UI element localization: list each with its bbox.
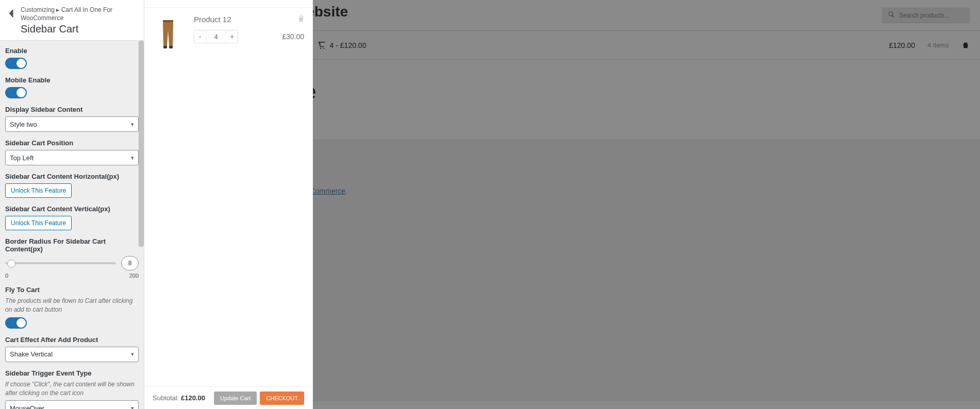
display-content-select[interactable]: Style two ▾ [5,116,139,132]
mobile-enable-toggle[interactable] [5,87,27,98]
fly-description: The products will be flown to Cart after… [5,297,139,314]
customizer-panel: Customizing ▸ Cart All In One For WooCom… [0,0,144,409]
enable-label: Enable [5,47,139,55]
effect-value: Shake Vertical [10,350,53,358]
footer-copyright: ebsite 2022 [268,176,970,184]
footer-period: . [345,187,347,195]
chevron-left-icon [9,9,14,18]
subtotal-value: £120.00 [181,394,205,402]
checkout-button[interactable]: CHECKOUT [260,391,304,405]
basket-icon[interactable] [961,41,970,49]
radius-min: 0 [5,272,8,279]
trigger-description: If choose "Click", the cart content will… [5,380,139,398]
mobile-enable-label: Mobile Enable [5,76,139,84]
cart-items-count: 4 items [927,41,949,49]
subtotal-label: Subtotal: [153,394,179,402]
search-placeholder: Search products… [899,12,950,19]
trigger-value: MouseOver [10,404,44,409]
trigger-label: Sidebar Trigger Event Type [5,369,139,377]
customizer-controls: Enable Mobile Enable Display Sidebar Con… [0,41,144,409]
vertical-label: Sidebar Cart Content Vertical(px) [5,205,139,213]
position-value: Top Left [10,154,34,162]
search-icon [888,11,895,20]
fly-toggle[interactable] [5,317,27,329]
cart-item-price: £30.00 [282,32,304,41]
trash-icon [298,15,304,22]
subtotal: Subtotal: £120.00 [153,394,205,402]
effect-select[interactable]: Shake Vertical ▾ [5,347,139,362]
qty-increase-button[interactable]: + [226,30,238,43]
qty-value: 4 [206,30,226,43]
radius-slider[interactable] [5,262,116,264]
svg-rect-4 [169,46,173,48]
mini-cart-body: Product 12 - 4 + £30.00 [144,8,312,386]
unlock-vertical-button[interactable]: Unlock This Feature [5,216,72,230]
quantity-stepper: - 4 + [194,30,238,43]
display-content-label: Display Sidebar Content [5,106,139,113]
svg-rect-2 [163,20,173,22]
radius-max: 200 [129,272,139,279]
scrollbar[interactable] [139,41,144,247]
remove-item-button[interactable] [298,15,304,24]
breadcrumb: Customizing ▸ Cart All In One For WooCom… [21,6,138,22]
cart-item-name[interactable]: Product 12 [194,15,304,24]
mini-cart-top-rule [144,0,312,8]
display-content-value: Style two [10,121,37,128]
radius-label: Border Radius For Sidebar Cart Content(p… [5,237,139,253]
unlock-horizontal-button[interactable]: Unlock This Feature [5,183,72,198]
horizontal-label: Sidebar Cart Content Horizontal(px) [5,173,139,180]
svg-point-0 [320,47,321,48]
product-thumbnail[interactable] [153,15,184,50]
position-select[interactable]: Top Left ▾ [5,150,139,165]
cart-total: £120.00 [889,41,915,49]
position-label: Sidebar Cart Position [5,139,139,147]
sidebar-cart-panel: Product 12 - 4 + £30.00 Subtotal: £120.0… [144,0,313,409]
radius-value-box[interactable]: 8 [121,256,139,270]
chevron-down-icon: ▾ [131,121,134,128]
effect-label: Cart Effect After Add Product [5,336,139,344]
nav-cart-summary: 4 - £120.00 [330,41,367,49]
chevron-down-icon: ▾ [131,351,134,357]
svg-rect-3 [163,46,167,48]
search-input[interactable]: Search products… [882,8,970,23]
update-cart-button[interactable]: Update Cart [214,391,257,405]
chevron-down-icon: ▾ [131,405,134,409]
back-button[interactable] [2,2,21,25]
mini-cart-footer: Subtotal: £120.00 Update Cart CHECKOUT [144,386,312,409]
pants-icon [158,19,178,50]
enable-toggle[interactable] [5,58,27,69]
qty-decrease-button[interactable]: - [194,30,206,43]
section-title: Sidebar Cart [21,23,138,35]
cart-icon [318,41,326,49]
svg-point-1 [323,47,324,48]
customizer-header: Customizing ▸ Cart All In One For WooCom… [0,0,144,41]
page-heading: Page [268,80,970,104]
trigger-select[interactable]: MouseOver ▾ [5,400,139,409]
cart-item: Product 12 - 4 + £30.00 [153,15,304,50]
fly-label: Fly To Cart [5,286,139,294]
chevron-down-icon: ▾ [131,155,134,161]
nav-mini-cart-link[interactable]: 4 - £120.00 [318,41,367,49]
